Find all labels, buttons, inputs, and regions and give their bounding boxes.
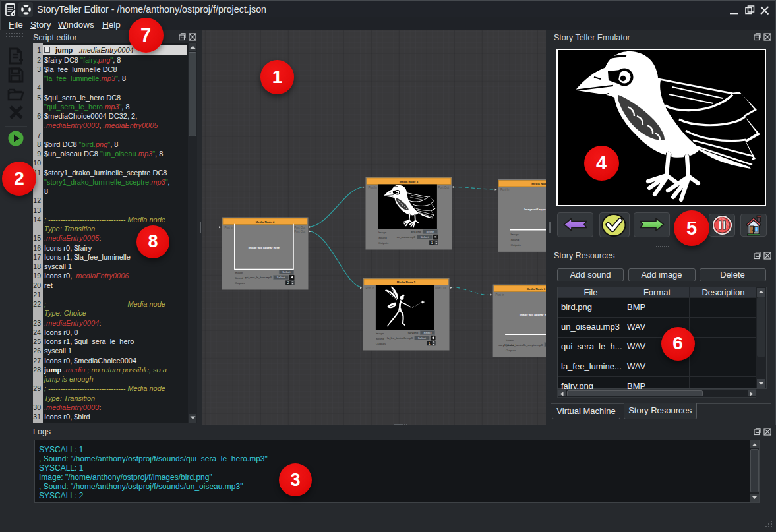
svg-text:1: 1 [429, 342, 431, 345]
svg-text:Outputs: Outputs [235, 281, 245, 285]
svg-text:Port In: Port In [369, 186, 378, 189]
svg-text:Port Out: Port Out [294, 230, 306, 233]
svg-text:Outputs: Outputs [506, 349, 516, 352]
svg-text:Sound: Sound [376, 337, 384, 340]
svg-text:fairy.png: fairy.png [408, 331, 419, 334]
svg-text:la_fee_luminelle.mp3: la_fee_luminelle.mp3 [387, 336, 413, 340]
svg-text:Sound: Sound [510, 238, 519, 241]
svg-text:Select: Select [418, 336, 427, 340]
svg-text:Media Node 4: Media Node 4 [256, 220, 275, 223]
svg-text:Select: Select [282, 270, 291, 274]
svg-text:Image: Image [235, 271, 243, 274]
svg-text:Outputs: Outputs [510, 243, 521, 247]
svg-text:Port In: Port In [500, 188, 510, 191]
svg-text:1: 1 [431, 241, 433, 245]
svg-text:un_oiseau.mp3: un_oiseau.mp3 [397, 235, 416, 239]
svg-text:qui_sera_le_hero.mp3: qui_sera_le_hero.mp3 [245, 276, 272, 279]
svg-text:Media Node 5: Media Node 5 [397, 281, 416, 284]
svg-text:Port Out: Port Out [435, 287, 447, 290]
svg-text:Select: Select [421, 235, 429, 239]
svg-text:Image: Image [376, 332, 384, 335]
svg-text:Port In: Port In [225, 226, 234, 229]
svg-text:story1_drako_luminelle_sceptre: story1_drako_luminelle_sceptre.mp3 [498, 343, 543, 347]
svg-text:Port Out: Port Out [294, 226, 306, 229]
svg-text:Image: Image [510, 233, 519, 236]
svg-text:Outputs: Outputs [376, 342, 386, 345]
svg-text:Media Node 2: Media Node 2 [531, 182, 546, 185]
svg-text:2: 2 [287, 281, 289, 285]
svg-text:Port In: Port In [366, 287, 375, 290]
svg-text:Port In: Port In [496, 293, 505, 297]
svg-text:Sound: Sound [378, 236, 387, 239]
svg-text:Sound: Sound [235, 276, 243, 280]
svg-text:Media Node 6: Media Node 6 [527, 287, 546, 291]
svg-text:Image: Image [378, 231, 387, 234]
svg-text:Image will appear here: Image will appear here [524, 208, 546, 211]
svg-text:Image will appear here: Image will appear here [520, 313, 546, 316]
svg-text:Image: Image [506, 338, 514, 341]
svg-text:Select: Select [277, 276, 285, 279]
svg-text:bird.png: bird.png [411, 230, 421, 233]
svg-text:Select: Select [423, 331, 432, 334]
svg-text:Media Node 3: Media Node 3 [400, 180, 419, 183]
svg-text:Select: Select [426, 230, 434, 233]
svg-text:Port Out: Port Out [438, 186, 450, 189]
svg-text:Image will appear here: Image will appear here [249, 246, 280, 249]
svg-text:Outputs: Outputs [378, 241, 389, 245]
